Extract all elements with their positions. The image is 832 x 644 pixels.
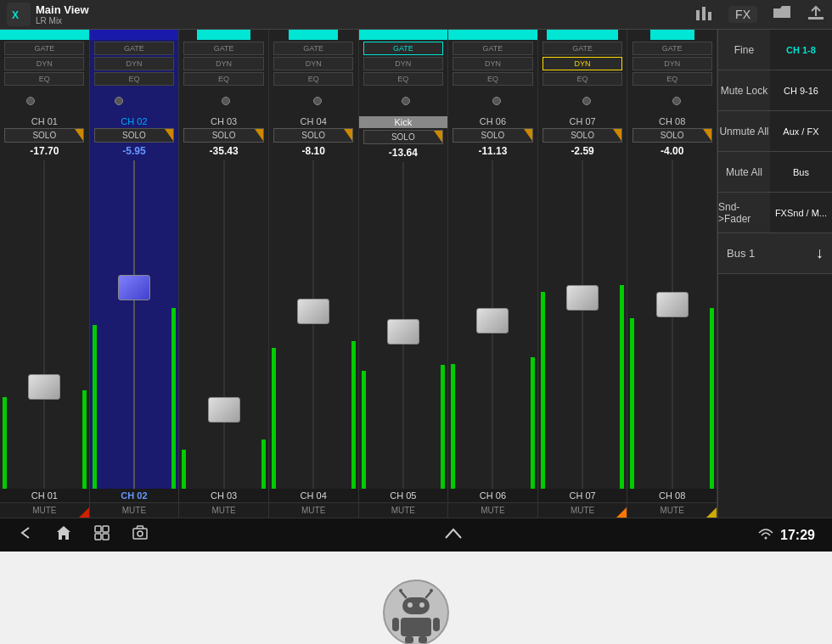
ch05-pan[interactable] xyxy=(402,97,410,105)
ch06-fader[interactable] xyxy=(476,308,509,333)
bus-label[interactable]: Bus xyxy=(770,152,832,192)
fine-row: Fine CH 1-8 xyxy=(718,30,832,70)
bus1-row[interactable]: Bus 1 ↓ xyxy=(718,233,832,274)
ch01-fader[interactable] xyxy=(28,374,60,400)
ch05-bottom-name: CH 05 xyxy=(359,489,448,502)
fine-label[interactable]: Fine xyxy=(718,30,770,70)
ch03-dyn[interactable]: DYN xyxy=(183,57,263,70)
ch07-dyn[interactable]: DYN xyxy=(542,57,622,70)
ch04-mute[interactable]: MUTE xyxy=(269,502,358,518)
ch06-eq[interactable]: EQ xyxy=(453,72,532,86)
aux-fx-label[interactable]: Aux / FX xyxy=(770,111,832,151)
channel-strip-ch08: GATE DYN EQ CH 08 SOLO -4.00 xyxy=(627,30,717,518)
ch08-indicator xyxy=(650,30,694,40)
svg-text:X: X xyxy=(12,9,19,21)
back-button[interactable] xyxy=(17,524,34,546)
ch03-db: -35.43 xyxy=(210,145,239,157)
unmute-all-label[interactable]: Unmute All xyxy=(718,111,770,151)
app-title-area: Main View LR Mix xyxy=(36,3,89,25)
ch01-solo[interactable]: SOLO xyxy=(4,128,84,143)
home-button[interactable] xyxy=(55,524,72,546)
svg-rect-3 xyxy=(708,12,711,20)
folder-icon[interactable] xyxy=(773,5,791,25)
mute-lock-label[interactable]: Mute Lock xyxy=(718,70,770,110)
ch03-pan[interactable] xyxy=(222,97,230,105)
ch03-eq[interactable]: EQ xyxy=(183,72,263,86)
fine-value[interactable]: CH 1-8 xyxy=(770,30,832,70)
ch03-solo[interactable]: SOLO xyxy=(183,128,263,143)
ch06-fader-area xyxy=(448,160,537,489)
svg-rect-22 xyxy=(392,618,399,631)
ch08-dyn[interactable]: DYN xyxy=(632,57,712,70)
svg-rect-21 xyxy=(401,618,431,636)
mute-lock-row: Mute Lock CH 9-16 xyxy=(718,70,832,111)
ch07-pan[interactable] xyxy=(582,97,591,105)
ch07-gate[interactable]: GATE xyxy=(542,42,622,55)
mute-lock-value[interactable]: CH 9-16 xyxy=(770,70,832,110)
ch07-fader[interactable] xyxy=(566,285,599,311)
ch06-mute[interactable]: MUTE xyxy=(448,502,537,518)
ch06-dyn[interactable]: DYN xyxy=(453,57,532,70)
ch02-mute[interactable]: MUTE xyxy=(90,502,179,518)
ch02-gate[interactable]: GATE xyxy=(94,42,174,55)
ch05-fader[interactable] xyxy=(387,319,419,344)
ch02-dyn[interactable]: DYN xyxy=(94,57,174,70)
ch07-mute[interactable]: MUTE xyxy=(538,502,627,518)
ch08-mute[interactable]: MUTE xyxy=(627,502,717,518)
ch08-solo[interactable]: SOLO xyxy=(632,128,712,143)
snd-fader-label[interactable]: Snd->Fader xyxy=(718,193,770,232)
ch01-eq[interactable]: EQ xyxy=(4,72,84,86)
ch08-pan[interactable] xyxy=(672,97,681,105)
ch07-solo[interactable]: SOLO xyxy=(542,128,622,143)
bottom-center-button[interactable] xyxy=(444,526,463,544)
ch02-bottom-name: CH 02 xyxy=(90,489,179,502)
right-panel-spacer xyxy=(718,274,832,518)
ch06-name: CH 06 xyxy=(448,116,537,126)
ch01-pan[interactable] xyxy=(26,97,35,105)
ch06-gate[interactable]: GATE xyxy=(453,42,532,55)
ch04-pan[interactable] xyxy=(313,97,322,105)
ch07-name: CH 07 xyxy=(538,116,627,126)
ch06-solo[interactable]: SOLO xyxy=(453,128,532,143)
ch01-gate[interactable]: GATE xyxy=(4,42,84,55)
ch04-fader-area xyxy=(269,160,358,489)
ch04-eq[interactable]: EQ xyxy=(273,72,353,86)
ch05-dyn[interactable]: DYN xyxy=(363,57,443,70)
svg-rect-25 xyxy=(419,636,427,643)
ch03-gate[interactable]: GATE xyxy=(183,42,263,55)
bus1-label: Bus 1 xyxy=(727,247,755,260)
screenshot-button[interactable] xyxy=(132,524,149,546)
ch02-name: CH 02 xyxy=(90,116,179,126)
ch07-eq[interactable]: EQ xyxy=(542,72,622,86)
ch04-gate[interactable]: GATE xyxy=(273,42,353,55)
ch05-mute[interactable]: MUTE xyxy=(359,502,448,518)
ch05-solo[interactable]: SOLO xyxy=(363,130,443,144)
fx-snd-label[interactable]: FXSnd / M... xyxy=(770,193,832,232)
ch08-eq[interactable]: EQ xyxy=(632,72,712,86)
fx-button[interactable]: FX xyxy=(728,6,757,23)
svg-rect-1 xyxy=(696,10,700,20)
ch02-eq[interactable]: EQ xyxy=(94,72,174,86)
ch05-gate[interactable]: GATE xyxy=(363,42,443,55)
ch04-dyn[interactable]: DYN xyxy=(273,57,353,70)
ch04-solo[interactable]: SOLO xyxy=(273,128,353,143)
ch08-gate[interactable]: GATE xyxy=(632,42,712,55)
ch01-mute[interactable]: MUTE xyxy=(0,502,89,518)
mute-all-label[interactable]: Mute All xyxy=(718,152,770,192)
recents-button[interactable] xyxy=(93,524,110,546)
ch07-fader-area xyxy=(538,160,627,489)
ch01-dyn[interactable]: DYN xyxy=(4,57,84,70)
ch05-eq[interactable]: EQ xyxy=(363,72,443,86)
ch01-indicator xyxy=(0,30,89,40)
ch08-fader[interactable] xyxy=(656,292,689,317)
bar-chart-icon[interactable] xyxy=(694,3,713,26)
ch04-fader[interactable] xyxy=(297,299,329,324)
ch02-solo[interactable]: SOLO xyxy=(94,128,174,143)
ch03-mute[interactable]: MUTE xyxy=(179,502,268,518)
upload-icon[interactable] xyxy=(807,3,825,26)
ch02-pan[interactable] xyxy=(115,97,123,105)
ch06-pan[interactable] xyxy=(492,97,501,105)
ch02-fader[interactable] xyxy=(118,275,150,300)
ch04-bottom-name: CH 04 xyxy=(269,489,358,502)
ch03-fader[interactable] xyxy=(208,397,240,423)
